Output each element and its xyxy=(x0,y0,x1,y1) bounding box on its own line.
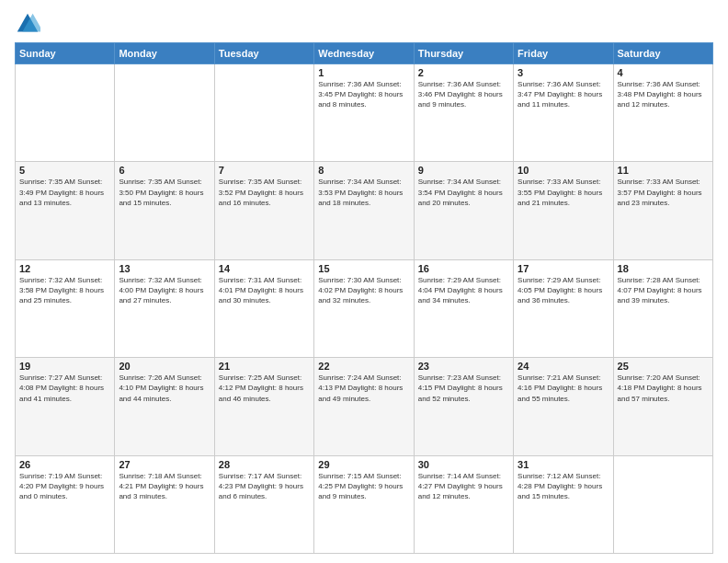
day-info: Sunrise: 7:14 AM Sunset: 4:27 PM Dayligh… xyxy=(418,471,509,502)
day-info: Sunrise: 7:33 AM Sunset: 3:55 PM Dayligh… xyxy=(518,177,609,208)
weekday-header-friday: Friday xyxy=(514,43,613,64)
day-info: Sunrise: 7:15 AM Sunset: 4:25 PM Dayligh… xyxy=(318,471,409,502)
weekday-header-thursday: Thursday xyxy=(414,43,513,64)
day-info: Sunrise: 7:32 AM Sunset: 4:00 PM Dayligh… xyxy=(119,275,210,306)
calendar-cell-w2-d1: 13Sunrise: 7:32 AM Sunset: 4:00 PM Dayli… xyxy=(115,259,214,357)
calendar-cell-w4-d1: 27Sunrise: 7:18 AM Sunset: 4:21 PM Dayli… xyxy=(115,455,214,553)
calendar-cell-w1-d1: 6Sunrise: 7:35 AM Sunset: 3:50 PM Daylig… xyxy=(115,162,214,259)
calendar-cell-w3-d4: 23Sunrise: 7:23 AM Sunset: 4:15 PM Dayli… xyxy=(414,358,513,455)
day-info: Sunrise: 7:35 AM Sunset: 3:52 PM Dayligh… xyxy=(219,177,310,208)
day-number: 9 xyxy=(418,165,509,176)
calendar-cell-w4-d6 xyxy=(613,455,712,553)
logo xyxy=(15,11,44,37)
day-info: Sunrise: 7:36 AM Sunset: 3:48 PM Dayligh… xyxy=(618,79,709,110)
calendar-cell-w1-d5: 10Sunrise: 7:33 AM Sunset: 3:55 PM Dayli… xyxy=(514,162,613,259)
day-number: 29 xyxy=(318,459,409,470)
calendar-cell-w0-d2 xyxy=(214,64,313,162)
weekday-header-saturday: Saturday xyxy=(613,43,712,64)
day-number: 26 xyxy=(19,459,110,470)
calendar-cell-w0-d3: 1Sunrise: 7:36 AM Sunset: 3:45 PM Daylig… xyxy=(314,64,414,162)
day-number: 5 xyxy=(19,165,110,176)
day-info: Sunrise: 7:35 AM Sunset: 3:50 PM Dayligh… xyxy=(119,177,210,208)
day-info: Sunrise: 7:34 AM Sunset: 3:53 PM Dayligh… xyxy=(318,177,409,208)
weekday-header-wednesday: Wednesday xyxy=(314,43,414,64)
calendar-cell-w3-d5: 24Sunrise: 7:21 AM Sunset: 4:16 PM Dayli… xyxy=(514,358,613,455)
calendar-cell-w4-d2: 28Sunrise: 7:17 AM Sunset: 4:23 PM Dayli… xyxy=(214,455,313,553)
calendar-cell-w2-d0: 12Sunrise: 7:32 AM Sunset: 3:58 PM Dayli… xyxy=(16,259,115,357)
day-info: Sunrise: 7:29 AM Sunset: 4:05 PM Dayligh… xyxy=(518,275,609,306)
day-number: 4 xyxy=(618,67,709,78)
day-info: Sunrise: 7:34 AM Sunset: 3:54 PM Dayligh… xyxy=(418,177,509,208)
day-number: 28 xyxy=(219,459,310,470)
calendar-cell-w4-d4: 30Sunrise: 7:14 AM Sunset: 4:27 PM Dayli… xyxy=(414,455,513,553)
day-number: 30 xyxy=(418,459,509,470)
day-number: 12 xyxy=(19,263,110,274)
header xyxy=(15,11,713,37)
logo-icon xyxy=(15,11,40,37)
day-number: 21 xyxy=(219,361,310,372)
calendar-week-4: 26Sunrise: 7:19 AM Sunset: 4:20 PM Dayli… xyxy=(16,455,713,553)
calendar-week-2: 12Sunrise: 7:32 AM Sunset: 3:58 PM Dayli… xyxy=(16,259,713,357)
calendar-cell-w0-d4: 2Sunrise: 7:36 AM Sunset: 3:46 PM Daylig… xyxy=(414,64,513,162)
calendar-cell-w4-d5: 31Sunrise: 7:12 AM Sunset: 4:28 PM Dayli… xyxy=(514,455,613,553)
calendar-cell-w2-d3: 15Sunrise: 7:30 AM Sunset: 4:02 PM Dayli… xyxy=(314,259,414,357)
day-number: 10 xyxy=(518,165,609,176)
calendar-cell-w0-d1 xyxy=(115,64,214,162)
calendar-cell-w3-d0: 19Sunrise: 7:27 AM Sunset: 4:08 PM Dayli… xyxy=(16,358,115,455)
day-info: Sunrise: 7:26 AM Sunset: 4:10 PM Dayligh… xyxy=(119,373,210,404)
day-number: 22 xyxy=(318,361,409,372)
calendar-cell-w0-d6: 4Sunrise: 7:36 AM Sunset: 3:48 PM Daylig… xyxy=(613,64,712,162)
calendar-cell-w1-d4: 9Sunrise: 7:34 AM Sunset: 3:54 PM Daylig… xyxy=(414,162,513,259)
day-number: 6 xyxy=(119,165,210,176)
day-info: Sunrise: 7:20 AM Sunset: 4:18 PM Dayligh… xyxy=(618,373,709,404)
day-number: 2 xyxy=(418,67,509,78)
day-number: 11 xyxy=(618,165,709,176)
day-number: 14 xyxy=(219,263,310,274)
day-number: 16 xyxy=(418,263,509,274)
calendar-cell-w2-d4: 16Sunrise: 7:29 AM Sunset: 4:04 PM Dayli… xyxy=(414,259,513,357)
calendar-week-0: 1Sunrise: 7:36 AM Sunset: 3:45 PM Daylig… xyxy=(16,64,713,162)
day-info: Sunrise: 7:27 AM Sunset: 4:08 PM Dayligh… xyxy=(19,373,110,404)
calendar-cell-w3-d3: 22Sunrise: 7:24 AM Sunset: 4:13 PM Dayli… xyxy=(314,358,414,455)
day-number: 19 xyxy=(19,361,110,372)
calendar-cell-w1-d0: 5Sunrise: 7:35 AM Sunset: 3:49 PM Daylig… xyxy=(16,162,115,259)
day-number: 23 xyxy=(418,361,509,372)
day-number: 3 xyxy=(518,67,609,78)
day-number: 31 xyxy=(518,459,609,470)
day-info: Sunrise: 7:25 AM Sunset: 4:12 PM Dayligh… xyxy=(219,373,310,404)
day-info: Sunrise: 7:36 AM Sunset: 3:46 PM Dayligh… xyxy=(418,79,509,110)
day-info: Sunrise: 7:29 AM Sunset: 4:04 PM Dayligh… xyxy=(418,275,509,306)
day-info: Sunrise: 7:36 AM Sunset: 3:47 PM Dayligh… xyxy=(518,79,609,110)
calendar-cell-w1-d2: 7Sunrise: 7:35 AM Sunset: 3:52 PM Daylig… xyxy=(214,162,313,259)
day-number: 7 xyxy=(219,165,310,176)
day-info: Sunrise: 7:23 AM Sunset: 4:15 PM Dayligh… xyxy=(418,373,509,404)
calendar-cell-w1-d6: 11Sunrise: 7:33 AM Sunset: 3:57 PM Dayli… xyxy=(613,162,712,259)
calendar-cell-w2-d6: 18Sunrise: 7:28 AM Sunset: 4:07 PM Dayli… xyxy=(613,259,712,357)
day-info: Sunrise: 7:24 AM Sunset: 4:13 PM Dayligh… xyxy=(318,373,409,404)
day-info: Sunrise: 7:12 AM Sunset: 4:28 PM Dayligh… xyxy=(518,471,609,502)
calendar-cell-w0-d0 xyxy=(16,64,115,162)
day-info: Sunrise: 7:31 AM Sunset: 4:01 PM Dayligh… xyxy=(219,275,310,306)
calendar-cell-w3-d2: 21Sunrise: 7:25 AM Sunset: 4:12 PM Dayli… xyxy=(214,358,313,455)
calendar-cell-w4-d3: 29Sunrise: 7:15 AM Sunset: 4:25 PM Dayli… xyxy=(314,455,414,553)
weekday-header-row: SundayMondayTuesdayWednesdayThursdayFrid… xyxy=(16,43,713,64)
calendar-body: 1Sunrise: 7:36 AM Sunset: 3:45 PM Daylig… xyxy=(16,64,713,554)
day-info: Sunrise: 7:35 AM Sunset: 3:49 PM Dayligh… xyxy=(19,177,110,208)
day-number: 18 xyxy=(618,263,709,274)
day-info: Sunrise: 7:18 AM Sunset: 4:21 PM Dayligh… xyxy=(119,471,210,502)
day-number: 1 xyxy=(318,67,409,78)
day-info: Sunrise: 7:19 AM Sunset: 4:20 PM Dayligh… xyxy=(19,471,110,502)
calendar-cell-w3-d1: 20Sunrise: 7:26 AM Sunset: 4:10 PM Dayli… xyxy=(115,358,214,455)
day-info: Sunrise: 7:30 AM Sunset: 4:02 PM Dayligh… xyxy=(318,275,409,306)
day-number: 13 xyxy=(119,263,210,274)
calendar-week-1: 5Sunrise: 7:35 AM Sunset: 3:49 PM Daylig… xyxy=(16,162,713,259)
calendar-week-3: 19Sunrise: 7:27 AM Sunset: 4:08 PM Dayli… xyxy=(16,358,713,455)
day-number: 20 xyxy=(119,361,210,372)
day-number: 27 xyxy=(119,459,210,470)
calendar-header: SundayMondayTuesdayWednesdayThursdayFrid… xyxy=(16,43,713,64)
day-number: 24 xyxy=(518,361,609,372)
day-number: 15 xyxy=(318,263,409,274)
calendar-table: SundayMondayTuesdayWednesdayThursdayFrid… xyxy=(15,42,713,554)
day-number: 17 xyxy=(518,263,609,274)
day-number: 8 xyxy=(318,165,409,176)
